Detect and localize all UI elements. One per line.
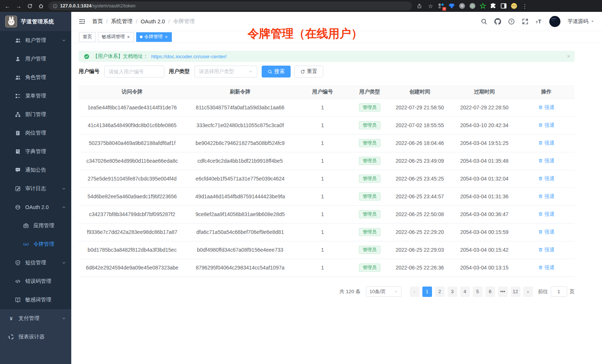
prev-page-button[interactable]: ‹	[410, 287, 419, 297]
side-panel-button[interactable]	[500, 3, 507, 9]
site-info-icon[interactable]	[53, 4, 58, 9]
force-logout-button[interactable]: 强退	[538, 140, 554, 146]
sidebar-item[interactable]: 敏感词管理	[0, 291, 71, 309]
navbar-tools: ? TT 芋道源码	[481, 16, 595, 27]
sidebar-item[interactable]: A 令牌管理	[0, 235, 71, 254]
app-logo[interactable]: 芋道管理系统	[0, 12, 71, 31]
force-logout-button[interactable]: 强退	[538, 211, 554, 218]
force-logout-button[interactable]: 强退	[538, 246, 554, 253]
sidebar-item[interactable]: 租户管理	[0, 31, 71, 50]
page-button[interactable]: 4	[460, 287, 470, 297]
extension-tabs-button[interactable]: 9	[438, 3, 445, 9]
extension-gem-button[interactable]	[448, 3, 455, 9]
chevron-down-icon	[62, 186, 66, 191]
tab-close-icon[interactable]: ×	[127, 34, 130, 40]
alert-close-icon[interactable]: ×	[567, 53, 570, 59]
force-logout-button[interactable]: 强退	[538, 193, 554, 200]
force-logout-button[interactable]: 强退	[538, 264, 554, 271]
user-type-select[interactable]: 请选择用户类型	[194, 66, 257, 77]
sidebar-item[interactable]: 字典管理	[0, 142, 71, 161]
address-bar[interactable]: 127.0.0.1:1024/system/oauth2/token	[48, 1, 412, 10]
page-size-value: 10条/页	[370, 288, 386, 295]
page-size-select[interactable]: 10条/页	[366, 287, 402, 297]
page-button[interactable]: 6	[485, 287, 495, 297]
browser-back-button[interactable]: ←	[4, 2, 11, 10]
app-icon	[23, 223, 29, 229]
extension-badge: 9	[442, 7, 446, 11]
sidebar-item[interactable]: 审计日志	[0, 179, 71, 198]
search-button[interactable]	[481, 18, 487, 25]
sidebar-item[interactable]: OAuth 2.0	[0, 198, 71, 216]
sidebar-item[interactable]: 报表设计器	[0, 328, 71, 346]
sidebar-item[interactable]: 短信管理	[0, 254, 71, 272]
create-time-cell: 2022-06-25 22:50:08	[389, 205, 451, 223]
force-logout-button[interactable]: 强退	[538, 122, 554, 129]
user-menu[interactable]: 芋道源码	[567, 18, 595, 25]
browser-forward-button[interactable]: →	[15, 2, 22, 10]
sidebar-item[interactable]: 菜单管理	[0, 87, 71, 105]
refresh-token-cell: 333ecfc71e02480cb11055c875c3ca0f	[186, 116, 295, 134]
access-token-cell: 6d842e2924594de9a09e45e087323abe	[79, 259, 186, 277]
breadcrumb-item[interactable]: OAuth 2.0	[132, 19, 165, 24]
extension-star-button[interactable]	[480, 3, 486, 9]
trash-icon	[538, 123, 543, 128]
breadcrumb-item[interactable]: 系统管理	[103, 18, 132, 25]
next-page-button[interactable]: ›	[523, 287, 533, 297]
page-button[interactable]: 1	[422, 287, 432, 297]
extension-record-button[interactable]	[469, 3, 476, 9]
breadcrumb-item[interactable]: 首页	[92, 18, 103, 25]
breadcrumb-item[interactable]: 令牌管理	[165, 18, 194, 25]
user-type-badge: 管理员	[359, 139, 380, 147]
page-button[interactable]: 3	[448, 287, 457, 297]
trash-icon	[538, 105, 543, 110]
trash-icon	[538, 140, 543, 145]
force-logout-button[interactable]: 强退	[538, 158, 554, 164]
github-button[interactable]	[494, 18, 501, 25]
fullscreen-button[interactable]	[522, 18, 529, 25]
browser-home-button[interactable]	[37, 2, 45, 10]
sidebar-item[interactable]: 用户管理	[0, 50, 71, 68]
force-logout-label: 强退	[544, 264, 554, 271]
tab-tag[interactable]: 令牌管理 ×	[136, 32, 172, 42]
doc-link[interactable]: https://doc.iocoder.cn/user-center/	[151, 54, 227, 59]
extension-command-button[interactable]: ⌘	[459, 3, 465, 9]
font-size-button[interactable]: TT	[536, 18, 542, 25]
page-button[interactable]: 5	[473, 287, 482, 297]
sidebar-item[interactable]: 部门管理	[0, 105, 71, 124]
table-row: 41c41346a548490f9dc8b01c6bfe0865 333ecfc…	[79, 116, 575, 134]
user-id-input[interactable]	[104, 66, 164, 77]
user-id-cell: 1	[295, 223, 350, 241]
search-button[interactable]: 搜索	[262, 66, 291, 77]
sidebar-item[interactable]: 岗位管理	[0, 124, 71, 142]
browser-refresh-button[interactable]	[26, 2, 33, 10]
share-button[interactable]	[416, 2, 423, 10]
tab-close-icon[interactable]: ×	[165, 34, 168, 40]
tab-tag[interactable]: 首页 ×	[79, 32, 96, 42]
sidebar-item[interactable]: 应用管理	[0, 216, 71, 235]
sidebar-item-label: 错误码管理	[25, 278, 51, 285]
force-logout-button[interactable]: 强退	[538, 175, 554, 182]
reset-button[interactable]: 重置	[294, 66, 323, 77]
page-button[interactable]: •••	[498, 287, 508, 297]
goto-page-input[interactable]	[551, 287, 567, 297]
page-button[interactable]: 12	[511, 287, 520, 297]
sidebar-item[interactable]: ¥ 支付管理	[0, 309, 71, 328]
extensions-menu-button[interactable]	[490, 3, 497, 9]
sidebar-toggle-button[interactable]	[79, 19, 85, 24]
force-logout-button[interactable]: 强退	[538, 104, 554, 111]
profile-button[interactable]	[511, 3, 517, 9]
sidebar-item[interactable]: 通知公告	[0, 161, 71, 179]
access-token-cell: b0d1785bc3a8482f812db4a3f3bd15ec	[79, 241, 186, 259]
browser-menu-button[interactable]: ⋮	[521, 2, 529, 10]
table-row: 275e5de9151045fe87cbdc395e004f4d e6cfd40…	[79, 170, 575, 188]
page-button[interactable]: 2	[435, 287, 445, 297]
trash-icon	[538, 158, 543, 163]
bookmark-button[interactable]: ☆	[427, 2, 434, 10]
sidebar-item[interactable]: 角色管理	[0, 68, 71, 87]
trash-icon	[538, 265, 543, 270]
user-avatar[interactable]	[549, 16, 560, 27]
help-button[interactable]: ?	[508, 18, 515, 25]
sidebar-item[interactable]: 错误码管理	[0, 272, 71, 291]
force-logout-button[interactable]: 强退	[538, 229, 554, 235]
tab-tag[interactable]: 敏感词管理 ×	[98, 32, 134, 42]
